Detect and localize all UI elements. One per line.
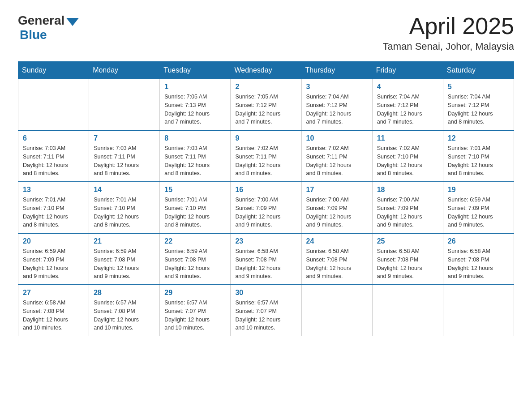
day-info: Sunrise: 7:05 AMSunset: 7:13 PMDaylight:… bbox=[164, 93, 226, 126]
calendar-cell: 20Sunrise: 6:59 AMSunset: 7:09 PMDayligh… bbox=[18, 233, 89, 285]
day-info: Sunrise: 7:01 AMSunset: 7:10 PMDaylight:… bbox=[94, 196, 155, 229]
calendar-cell: 25Sunrise: 6:58 AMSunset: 7:08 PMDayligh… bbox=[372, 233, 443, 285]
day-info: Sunrise: 7:02 AMSunset: 7:10 PMDaylight:… bbox=[377, 144, 438, 178]
calendar-header-row: SundayMondayTuesdayWednesdayThursdayFrid… bbox=[18, 62, 514, 79]
calendar-cell: 17Sunrise: 7:00 AMSunset: 7:09 PMDayligh… bbox=[301, 182, 372, 233]
calendar-week-row: 1Sunrise: 7:05 AMSunset: 7:13 PMDaylight… bbox=[18, 79, 514, 131]
calendar-cell bbox=[301, 285, 372, 336]
calendar-cell: 8Sunrise: 7:03 AMSunset: 7:11 PMDaylight… bbox=[160, 130, 231, 182]
day-info: Sunrise: 6:57 AMSunset: 7:07 PMDaylight:… bbox=[164, 299, 226, 332]
day-info: Sunrise: 6:59 AMSunset: 7:09 PMDaylight:… bbox=[448, 196, 509, 229]
calendar-cell bbox=[89, 79, 160, 131]
day-info: Sunrise: 6:58 AMSunset: 7:08 PMDaylight:… bbox=[23, 299, 84, 332]
day-info: Sunrise: 6:57 AMSunset: 7:07 PMDaylight:… bbox=[235, 299, 296, 332]
calendar-cell: 29Sunrise: 6:57 AMSunset: 7:07 PMDayligh… bbox=[160, 285, 231, 336]
day-info: Sunrise: 7:03 AMSunset: 7:11 PMDaylight:… bbox=[23, 144, 84, 178]
day-number: 13 bbox=[23, 186, 84, 194]
day-info: Sunrise: 7:04 AMSunset: 7:12 PMDaylight:… bbox=[448, 93, 509, 126]
day-info: Sunrise: 7:02 AMSunset: 7:11 PMDaylight:… bbox=[306, 144, 368, 178]
calendar-cell: 27Sunrise: 6:58 AMSunset: 7:08 PMDayligh… bbox=[18, 285, 89, 336]
calendar-cell: 12Sunrise: 7:01 AMSunset: 7:10 PMDayligh… bbox=[443, 130, 514, 182]
day-info: Sunrise: 6:58 AMSunset: 7:08 PMDaylight:… bbox=[235, 247, 296, 281]
calendar-cell: 23Sunrise: 6:58 AMSunset: 7:08 PMDayligh… bbox=[231, 233, 301, 285]
day-number: 24 bbox=[306, 237, 368, 245]
day-number: 29 bbox=[164, 289, 226, 297]
calendar-cell: 19Sunrise: 6:59 AMSunset: 7:09 PMDayligh… bbox=[443, 182, 514, 233]
day-number: 28 bbox=[94, 289, 155, 297]
calendar-cell: 11Sunrise: 7:02 AMSunset: 7:10 PMDayligh… bbox=[372, 130, 443, 182]
day-info: Sunrise: 7:04 AMSunset: 7:12 PMDaylight:… bbox=[306, 93, 368, 126]
day-info: Sunrise: 7:04 AMSunset: 7:12 PMDaylight:… bbox=[377, 93, 438, 126]
calendar-week-row: 27Sunrise: 6:58 AMSunset: 7:08 PMDayligh… bbox=[18, 285, 514, 336]
logo: General Blue bbox=[18, 13, 79, 42]
day-number: 4 bbox=[377, 83, 438, 91]
day-number: 21 bbox=[94, 237, 155, 245]
day-info: Sunrise: 6:59 AMSunset: 7:08 PMDaylight:… bbox=[164, 247, 226, 281]
calendar-cell: 16Sunrise: 7:00 AMSunset: 7:09 PMDayligh… bbox=[231, 182, 301, 233]
day-info: Sunrise: 7:01 AMSunset: 7:10 PMDaylight:… bbox=[164, 196, 226, 229]
calendar-week-row: 6Sunrise: 7:03 AMSunset: 7:11 PMDaylight… bbox=[18, 130, 514, 182]
page-header: General Blue April 2025 Taman Senai, Joh… bbox=[18, 13, 514, 52]
calendar-week-row: 20Sunrise: 6:59 AMSunset: 7:09 PMDayligh… bbox=[18, 233, 514, 285]
calendar-cell: 21Sunrise: 6:59 AMSunset: 7:08 PMDayligh… bbox=[89, 233, 160, 285]
day-number: 10 bbox=[306, 134, 368, 142]
day-info: Sunrise: 6:59 AMSunset: 7:08 PMDaylight:… bbox=[94, 247, 155, 281]
calendar-cell: 14Sunrise: 7:01 AMSunset: 7:10 PMDayligh… bbox=[89, 182, 160, 233]
day-of-week-header: Friday bbox=[372, 62, 443, 79]
calendar-cell bbox=[18, 79, 89, 131]
day-number: 1 bbox=[164, 83, 226, 91]
day-info: Sunrise: 7:05 AMSunset: 7:12 PMDaylight:… bbox=[235, 93, 296, 126]
day-info: Sunrise: 6:58 AMSunset: 7:08 PMDaylight:… bbox=[448, 247, 509, 281]
day-info: Sunrise: 7:03 AMSunset: 7:11 PMDaylight:… bbox=[94, 144, 155, 178]
day-number: 27 bbox=[23, 289, 84, 297]
calendar-cell: 7Sunrise: 7:03 AMSunset: 7:11 PMDaylight… bbox=[89, 130, 160, 182]
day-info: Sunrise: 7:02 AMSunset: 7:11 PMDaylight:… bbox=[235, 144, 296, 178]
day-number: 3 bbox=[306, 83, 368, 91]
calendar-cell: 2Sunrise: 7:05 AMSunset: 7:12 PMDaylight… bbox=[231, 79, 301, 131]
day-number: 25 bbox=[377, 237, 438, 245]
calendar-cell: 13Sunrise: 7:01 AMSunset: 7:10 PMDayligh… bbox=[18, 182, 89, 233]
calendar-cell: 1Sunrise: 7:05 AMSunset: 7:13 PMDaylight… bbox=[160, 79, 231, 131]
calendar-cell: 6Sunrise: 7:03 AMSunset: 7:11 PMDaylight… bbox=[18, 130, 89, 182]
day-of-week-header: Saturday bbox=[443, 62, 514, 79]
day-number: 23 bbox=[235, 237, 296, 245]
calendar-cell: 28Sunrise: 6:57 AMSunset: 7:08 PMDayligh… bbox=[89, 285, 160, 336]
day-of-week-header: Tuesday bbox=[160, 62, 231, 79]
day-number: 7 bbox=[94, 134, 155, 142]
day-number: 19 bbox=[448, 186, 509, 194]
calendar-table: SundayMondayTuesdayWednesdayThursdayFrid… bbox=[18, 61, 514, 336]
day-info: Sunrise: 6:59 AMSunset: 7:09 PMDaylight:… bbox=[23, 247, 84, 281]
day-number: 20 bbox=[23, 237, 84, 245]
day-number: 6 bbox=[23, 134, 84, 142]
calendar-cell: 10Sunrise: 7:02 AMSunset: 7:11 PMDayligh… bbox=[301, 130, 372, 182]
day-number: 8 bbox=[164, 134, 226, 142]
day-info: Sunrise: 7:01 AMSunset: 7:10 PMDaylight:… bbox=[448, 144, 509, 178]
day-of-week-header: Wednesday bbox=[231, 62, 301, 79]
calendar-week-row: 13Sunrise: 7:01 AMSunset: 7:10 PMDayligh… bbox=[18, 182, 514, 233]
day-number: 15 bbox=[164, 186, 226, 194]
calendar-cell: 15Sunrise: 7:01 AMSunset: 7:10 PMDayligh… bbox=[160, 182, 231, 233]
location-text: Taman Senai, Johor, Malaysia bbox=[383, 41, 515, 52]
calendar-cell: 18Sunrise: 7:00 AMSunset: 7:09 PMDayligh… bbox=[372, 182, 443, 233]
day-info: Sunrise: 7:01 AMSunset: 7:10 PMDaylight:… bbox=[23, 196, 84, 229]
day-info: Sunrise: 7:00 AMSunset: 7:09 PMDaylight:… bbox=[306, 196, 368, 229]
calendar-cell: 30Sunrise: 6:57 AMSunset: 7:07 PMDayligh… bbox=[231, 285, 301, 336]
day-number: 16 bbox=[235, 186, 296, 194]
day-number: 12 bbox=[448, 134, 509, 142]
day-info: Sunrise: 6:58 AMSunset: 7:08 PMDaylight:… bbox=[377, 247, 438, 281]
day-number: 14 bbox=[94, 186, 155, 194]
calendar-cell bbox=[443, 285, 514, 336]
logo-arrow-icon bbox=[66, 18, 79, 26]
calendar-cell: 22Sunrise: 6:59 AMSunset: 7:08 PMDayligh… bbox=[160, 233, 231, 285]
day-info: Sunrise: 6:58 AMSunset: 7:08 PMDaylight:… bbox=[306, 247, 368, 281]
day-of-week-header: Sunday bbox=[18, 62, 89, 79]
day-info: Sunrise: 7:00 AMSunset: 7:09 PMDaylight:… bbox=[235, 196, 296, 229]
day-number: 26 bbox=[448, 237, 509, 245]
logo-general-text: General bbox=[18, 13, 64, 28]
day-number: 17 bbox=[306, 186, 368, 194]
day-number: 5 bbox=[448, 83, 509, 91]
day-info: Sunrise: 7:03 AMSunset: 7:11 PMDaylight:… bbox=[164, 144, 226, 178]
day-number: 22 bbox=[164, 237, 226, 245]
calendar-cell: 26Sunrise: 6:58 AMSunset: 7:08 PMDayligh… bbox=[443, 233, 514, 285]
day-number: 30 bbox=[235, 289, 296, 297]
